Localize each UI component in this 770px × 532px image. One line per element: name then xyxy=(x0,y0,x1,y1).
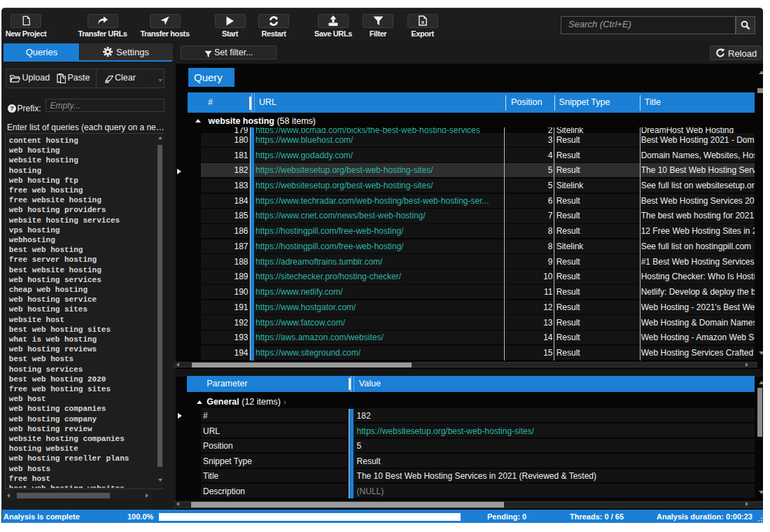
svg-text:x: x xyxy=(421,19,424,25)
svg-text:?: ? xyxy=(10,105,14,112)
